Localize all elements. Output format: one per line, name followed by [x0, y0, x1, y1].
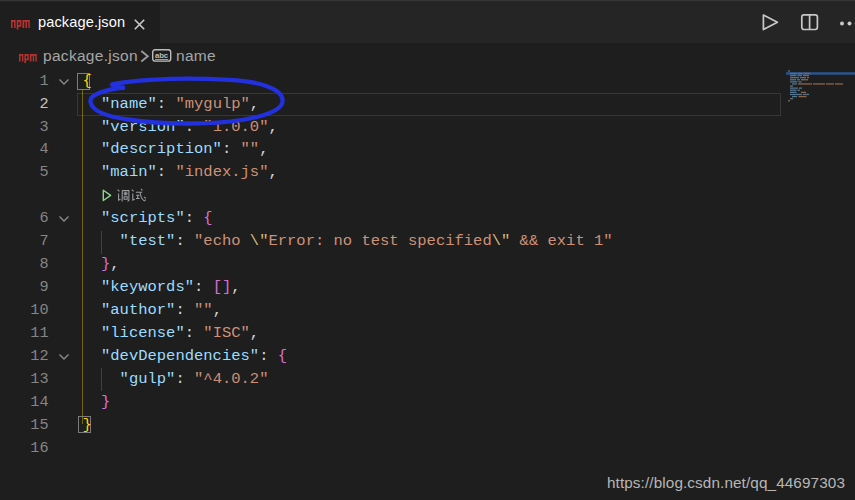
svg-text:abc: abc — [155, 51, 169, 60]
